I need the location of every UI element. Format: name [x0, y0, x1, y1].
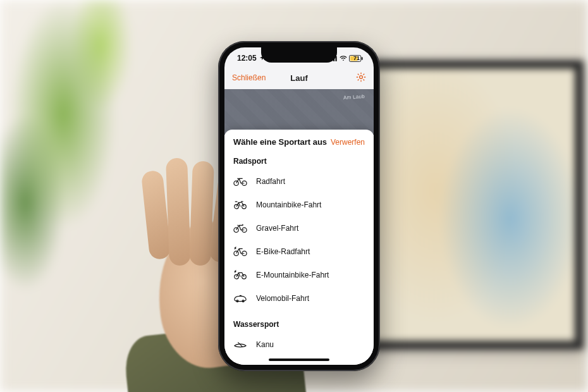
section-header-radsport: Radsport	[224, 153, 374, 169]
svg-line-12	[358, 73, 359, 75]
sheet-title: Wähle eine Sportart aus	[233, 137, 327, 147]
list-item[interactable]: E-Mountainbike-Fahrt	[224, 263, 374, 286]
svg-point-20	[234, 228, 238, 232]
wifi-icon	[340, 56, 347, 61]
list-item[interactable]: Velomobil-Fahrt	[224, 286, 374, 310]
list-item[interactable]: E-Bike-Radfahrt	[224, 240, 374, 263]
map-preview[interactable]: Am Laub	[224, 89, 374, 135]
list-item-label: Gravel-Fahrt	[256, 224, 298, 233]
section-header-wassersport: Wassersport	[224, 316, 374, 333]
nav-bar: Schließen Lauf	[224, 69, 374, 89]
battery-percent: 71	[353, 55, 360, 61]
svg-line-15	[364, 73, 365, 75]
map-street-label: Am Laub	[343, 94, 365, 101]
close-button[interactable]: Schließen	[232, 73, 266, 82]
list-item-label: E-Mountainbike-Fahrt	[256, 271, 329, 279]
gravel-bike-icon	[233, 223, 247, 233]
ebike-icon	[233, 247, 247, 257]
list-item-label: Velomobil-Fahrt	[256, 294, 309, 303]
phone-notch	[261, 47, 337, 63]
list-item[interactable]: Mountainbike-Fahrt	[224, 193, 374, 216]
list-item[interactable]: Radfahrt	[224, 169, 374, 193]
svg-point-22	[234, 251, 238, 255]
status-time: 12:05	[237, 54, 257, 63]
velomobile-icon	[233, 293, 247, 303]
gear-icon	[356, 75, 366, 84]
e-mtb-icon	[233, 270, 247, 280]
sport-list-wassersport: Kanu	[224, 333, 374, 351]
list-item-label: Mountainbike-Fahrt	[256, 200, 321, 209]
home-indicator[interactable]	[269, 358, 329, 361]
dismiss-button[interactable]: Verwerfen	[331, 138, 365, 147]
bike-icon	[233, 176, 247, 187]
sport-list-radsport: Radfahrt Mountainbike-Fahrt Gravel-Fahrt	[224, 169, 374, 310]
list-item[interactable]: Gravel-Fahrt	[224, 216, 374, 240]
mtb-icon	[233, 200, 247, 210]
svg-point-16	[234, 181, 238, 185]
list-item-label: Kanu	[256, 340, 274, 349]
wall-map-frame	[351, 60, 584, 350]
svg-rect-5	[362, 57, 363, 60]
list-item[interactable]: Kanu	[224, 333, 374, 351]
settings-button[interactable]	[356, 72, 366, 84]
list-item-label: E-Bike-Radfahrt	[256, 247, 310, 256]
phone-screen: 12:05	[224, 47, 374, 365]
svg-line-14	[358, 79, 359, 80]
sport-picker-sheet: Wähle eine Sportart aus Verwerfen Radspo…	[224, 130, 374, 365]
list-item-label: Radfahrt	[256, 177, 285, 186]
phone-device-frame: 12:05	[218, 41, 380, 371]
svg-line-13	[364, 79, 365, 80]
canoe-icon	[233, 340, 247, 350]
svg-point-7	[360, 75, 363, 78]
